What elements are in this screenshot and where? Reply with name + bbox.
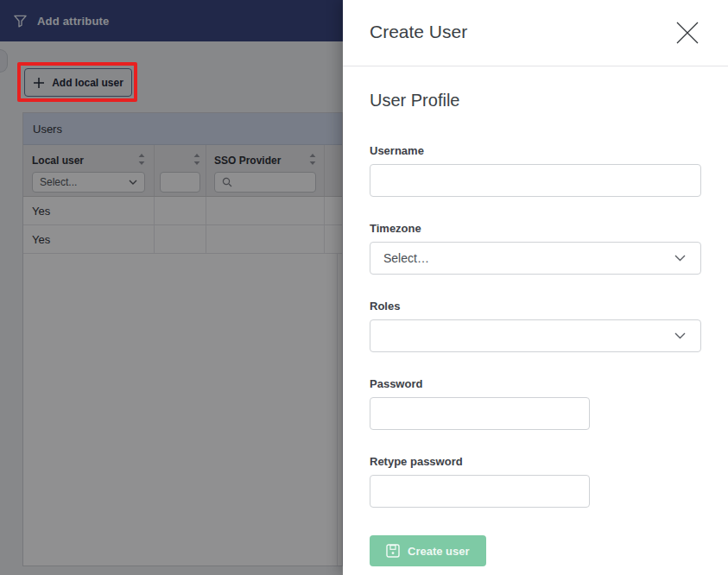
create-user-label: Create user — [408, 545, 470, 558]
timezone-select-value: Select… — [383, 251, 429, 265]
timezone-label: Timezone — [370, 222, 701, 235]
drawer-header: Create User — [343, 0, 728, 66]
timezone-field-group: Timezone Select… — [370, 222, 701, 275]
password-input[interactable] — [370, 397, 590, 430]
password-label: Password — [370, 377, 701, 390]
retype-password-label: Retype password — [370, 455, 701, 468]
save-icon — [386, 544, 400, 558]
username-label: Username — [370, 144, 701, 157]
chevron-down-icon — [674, 332, 686, 339]
roles-label: Roles — [370, 300, 701, 313]
drawer-body: User Profile Username Timezone Select… R… — [343, 66, 728, 566]
timezone-select[interactable]: Select… — [370, 242, 701, 275]
create-user-drawer: Create User User Profile Username Timezo… — [343, 0, 728, 575]
red-highlight-annotation — [17, 62, 137, 102]
close-button[interactable] — [674, 19, 701, 47]
username-input[interactable] — [370, 164, 701, 197]
close-icon — [675, 21, 700, 45]
drawer-title: Create User — [370, 22, 467, 42]
retype-password-input[interactable] — [370, 475, 590, 508]
section-title: User Profile — [370, 91, 701, 111]
password-field-group: Password — [370, 377, 701, 430]
chevron-down-icon — [674, 255, 686, 262]
roles-select[interactable] — [370, 319, 701, 352]
create-user-button[interactable]: Create user — [370, 535, 486, 566]
username-field-group: Username — [370, 144, 701, 197]
retype-password-field-group: Retype password — [370, 455, 701, 508]
roles-field-group: Roles — [370, 300, 701, 352]
